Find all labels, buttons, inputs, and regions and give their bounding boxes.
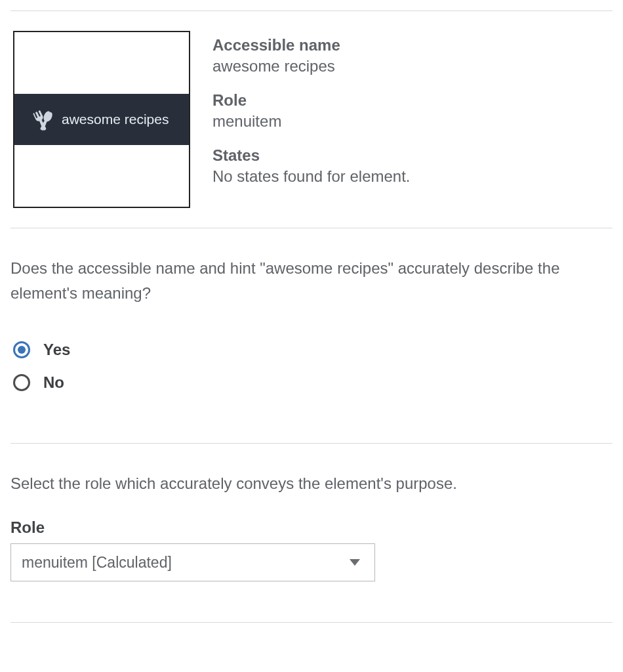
- radio-yes-label: Yes: [43, 341, 70, 359]
- role-dropdown[interactable]: menuitem [Calculated]: [10, 543, 375, 581]
- yes-no-radio-group: Yes No: [10, 313, 613, 426]
- element-details: Accessible name awesome recipes Role men…: [212, 31, 613, 186]
- role-value: menuitem: [212, 112, 613, 131]
- chevron-down-icon: [350, 559, 360, 566]
- thumbnail-nav-text: awesome recipes: [62, 112, 169, 127]
- radio-no-icon: [13, 374, 30, 391]
- question-accessible-name-section: Does the accessible name and hint "aweso…: [10, 228, 613, 443]
- radio-option-no[interactable]: No: [13, 373, 613, 392]
- role-label: Role: [212, 91, 613, 110]
- utensils-icon: [31, 108, 55, 131]
- thumbnail-nav-bar: awesome recipes: [14, 94, 189, 145]
- radio-option-yes[interactable]: Yes: [13, 341, 613, 359]
- states-value: No states found for element.: [212, 167, 613, 186]
- question-role-section: Select the role which accurately conveys…: [10, 444, 613, 622]
- accessible-name-label: Accessible name: [212, 36, 613, 54]
- radio-no-label: No: [43, 373, 64, 392]
- states-label: States: [212, 146, 613, 165]
- role-dropdown-value: menuitem [Calculated]: [22, 554, 172, 572]
- role-field-label: Role: [10, 518, 613, 537]
- question-2-text: Select the role which accurately conveys…: [10, 461, 613, 512]
- accessible-name-value: awesome recipes: [212, 57, 613, 75]
- element-info-section: awesome recipes Accessible name awesome …: [10, 11, 613, 228]
- divider-bottom: [10, 622, 613, 623]
- question-1-text: Does the accessible name and hint "aweso…: [10, 245, 613, 313]
- element-thumbnail: awesome recipes: [13, 31, 190, 208]
- radio-yes-icon: [13, 341, 30, 358]
